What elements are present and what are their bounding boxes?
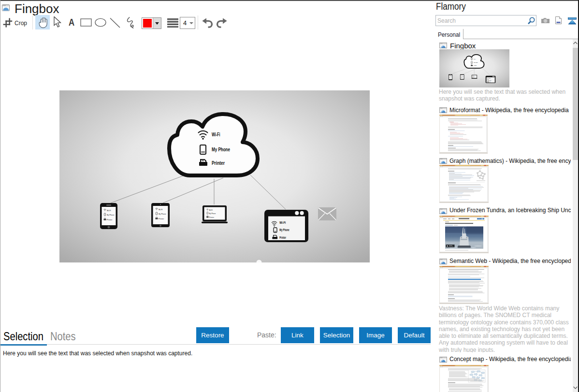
svg-text:Wi-Fi: Wi-Fi — [107, 209, 111, 212]
svg-text:Wi-Fi: Wi-Fi — [212, 131, 220, 137]
svg-text:My Phone: My Phone — [209, 212, 217, 215]
svg-text:Wi-Fi: Wi-Fi — [159, 208, 163, 211]
svg-text:My Phone: My Phone — [279, 228, 289, 232]
svg-text:Printer: Printer — [212, 160, 225, 166]
svg-text:Wi-Fi: Wi-Fi — [209, 209, 213, 211]
svg-text:Printer: Printer — [279, 235, 286, 240]
svg-text:My Phone: My Phone — [159, 213, 166, 215]
svg-text:My Phone: My Phone — [212, 146, 230, 152]
svg-text:My Phone: My Phone — [107, 214, 115, 216]
svg-text:Printer: Printer — [159, 218, 164, 220]
svg-text:Printer: Printer — [209, 216, 215, 218]
svg-text:Printer: Printer — [107, 218, 113, 221]
svg-text:Wi-Fi: Wi-Fi — [279, 220, 286, 225]
